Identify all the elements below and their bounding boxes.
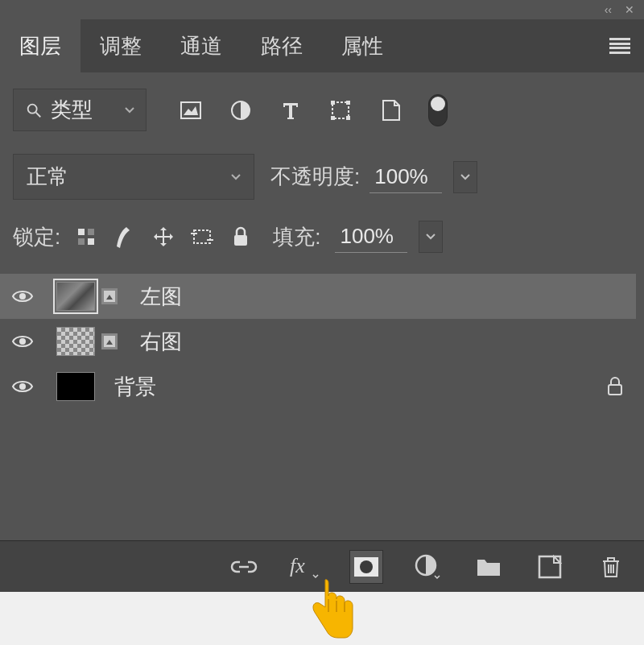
tab-layers[interactable]: 图层 [0,19,80,72]
svg-rect-10 [78,229,85,235]
adjustment-layer-icon[interactable] [411,550,444,584]
panel-menu-icon[interactable] [596,19,644,72]
collapse-icon[interactable]: ‹‹ [605,3,612,16]
visibility-toggle-icon[interactable] [0,378,45,395]
layer-thumbnail[interactable] [56,282,95,311]
opacity-control[interactable]: 100% [369,161,477,193]
layer-row[interactable]: 左图 [0,274,636,319]
lock-icons [75,225,252,248]
layer-name[interactable]: 左图 [140,283,623,311]
lock-transparency-icon[interactable] [75,225,97,248]
chevron-down-icon[interactable] [419,221,443,253]
panel-titlebar: ‹‹ ✕ [0,0,644,19]
chevron-down-icon[interactable] [453,161,477,193]
tab-adjustments[interactable]: 调整 [80,19,161,72]
layer-row[interactable]: 背景 [0,364,636,409]
layers-list: 左图 右图 背景 [0,267,644,416]
tab-channels[interactable]: 通道 [161,19,242,72]
svg-point-0 [28,104,37,113]
fill-value[interactable]: 100% [335,221,407,253]
chevron-down-icon [125,107,134,114]
new-group-icon[interactable] [472,550,506,584]
lock-row: 锁定: 填充: 100% [0,206,644,267]
svg-rect-9 [346,116,350,120]
fill-control[interactable]: 100% [335,221,443,253]
blend-row: 正常 不透明度: 100% [0,147,644,206]
layer-name[interactable]: 背景 [114,373,596,401]
type-layer-filter-icon[interactable] [279,98,303,122]
blend-mode-value: 正常 [27,163,68,191]
opacity-value[interactable]: 100% [369,161,442,193]
lock-label: 锁定: [13,223,60,251]
blend-mode-dropdown[interactable]: 正常 [13,154,254,200]
shape-layer-filter-icon[interactable] [328,98,353,122]
delete-layer-icon[interactable] [594,550,628,584]
svg-rect-11 [88,229,94,235]
layer-thumbnail[interactable] [56,327,95,356]
fill-label: 填充: [273,223,320,251]
svg-marker-3 [184,106,198,115]
svg-rect-13 [88,238,94,245]
layers-panel: ‹‹ ✕ 图层 调整 通道 路径 属性 类型 [0,0,644,592]
svg-point-28 [360,560,373,573]
layer-name[interactable]: 右图 [140,328,623,356]
tab-properties[interactable]: 属性 [322,19,402,72]
panel-tabs: 图层 调整 通道 路径 属性 [0,19,644,72]
svg-rect-12 [78,238,85,245]
svg-rect-14 [194,230,210,243]
svg-rect-8 [331,116,335,120]
smart-object-badge-icon [98,285,121,308]
svg-rect-7 [346,101,350,105]
layer-row[interactable]: 右图 [0,319,636,364]
adjustment-layer-filter-icon[interactable] [229,98,253,122]
filter-row: 类型 [0,72,644,147]
svg-point-18 [19,293,26,300]
lock-artboard-icon[interactable] [191,225,213,248]
visibility-toggle-icon[interactable] [0,288,45,304]
search-icon [25,101,43,119]
link-layers-icon[interactable] [227,550,261,584]
opacity-label: 不透明度: [270,163,360,191]
layer-type-filter-dropdown[interactable]: 类型 [13,89,147,131]
lock-pixels-icon[interactable] [114,225,136,248]
smart-object-filter-icon[interactable] [378,98,402,122]
close-icon[interactable]: ✕ [625,3,634,16]
svg-point-24 [19,383,26,390]
type-filter-label: 类型 [51,96,93,124]
lock-position-icon[interactable] [152,225,175,248]
lock-all-icon[interactable] [229,225,252,248]
svg-rect-2 [181,102,200,118]
tab-paths[interactable]: 路径 [242,19,322,72]
layer-thumbnail[interactable] [56,372,95,401]
svg-line-1 [36,112,41,117]
filter-toggle[interactable] [428,94,448,126]
smart-object-badge-icon [98,330,121,353]
svg-point-21 [19,338,26,345]
visibility-toggle-icon[interactable] [0,333,45,349]
filter-icons [179,94,448,126]
svg-rect-25 [609,385,621,395]
svg-rect-17 [234,235,247,246]
pointer-cursor-icon [303,573,359,638]
layer-locked-icon [607,377,623,396]
new-layer-icon[interactable] [533,550,567,584]
pixel-layer-filter-icon[interactable] [179,98,203,122]
svg-rect-6 [331,101,335,105]
chevron-down-icon [231,174,241,180]
